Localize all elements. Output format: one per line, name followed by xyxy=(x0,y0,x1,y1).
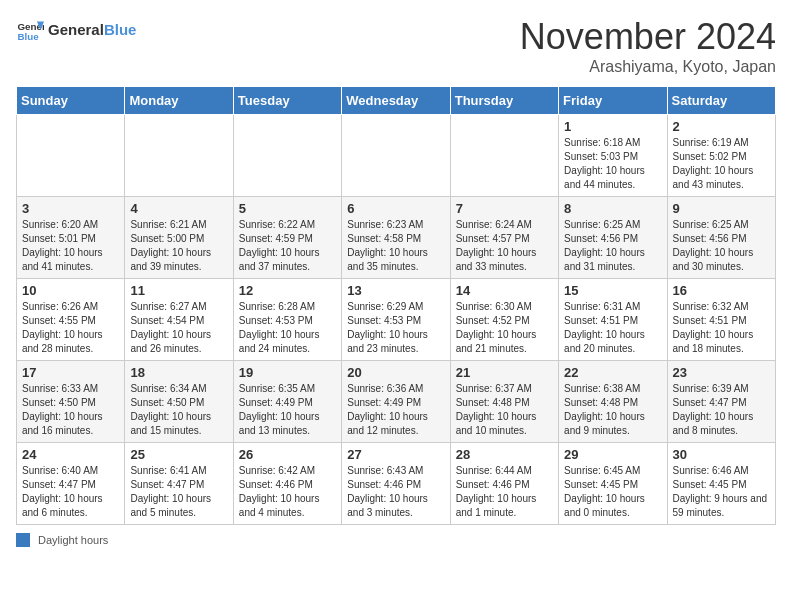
calendar-day-cell: 5Sunrise: 6:22 AMSunset: 4:59 PMDaylight… xyxy=(233,197,341,279)
calendar-day-cell: 13Sunrise: 6:29 AMSunset: 4:53 PMDayligh… xyxy=(342,279,450,361)
day-info: Sunrise: 6:30 AMSunset: 4:52 PMDaylight:… xyxy=(456,300,553,356)
day-number: 27 xyxy=(347,447,444,462)
day-number: 20 xyxy=(347,365,444,380)
day-number: 15 xyxy=(564,283,661,298)
calendar-table: SundayMondayTuesdayWednesdayThursdayFrid… xyxy=(16,86,776,525)
calendar-week-row: 24Sunrise: 6:40 AMSunset: 4:47 PMDayligh… xyxy=(17,443,776,525)
calendar-day-cell: 17Sunrise: 6:33 AMSunset: 4:50 PMDayligh… xyxy=(17,361,125,443)
calendar-week-row: 10Sunrise: 6:26 AMSunset: 4:55 PMDayligh… xyxy=(17,279,776,361)
calendar-day-cell: 10Sunrise: 6:26 AMSunset: 4:55 PMDayligh… xyxy=(17,279,125,361)
day-number: 4 xyxy=(130,201,227,216)
day-number: 12 xyxy=(239,283,336,298)
day-info: Sunrise: 6:28 AMSunset: 4:53 PMDaylight:… xyxy=(239,300,336,356)
legend-color-box xyxy=(16,533,30,547)
day-info: Sunrise: 6:24 AMSunset: 4:57 PMDaylight:… xyxy=(456,218,553,274)
day-info: Sunrise: 6:34 AMSunset: 4:50 PMDaylight:… xyxy=(130,382,227,438)
calendar-day-cell xyxy=(17,115,125,197)
day-info: Sunrise: 6:39 AMSunset: 4:47 PMDaylight:… xyxy=(673,382,770,438)
calendar-day-cell: 26Sunrise: 6:42 AMSunset: 4:46 PMDayligh… xyxy=(233,443,341,525)
calendar-day-cell: 28Sunrise: 6:44 AMSunset: 4:46 PMDayligh… xyxy=(450,443,558,525)
day-number: 7 xyxy=(456,201,553,216)
day-number: 2 xyxy=(673,119,770,134)
calendar-day-cell: 18Sunrise: 6:34 AMSunset: 4:50 PMDayligh… xyxy=(125,361,233,443)
day-number: 14 xyxy=(456,283,553,298)
day-info: Sunrise: 6:36 AMSunset: 4:49 PMDaylight:… xyxy=(347,382,444,438)
calendar-day-cell xyxy=(342,115,450,197)
calendar-day-cell: 2Sunrise: 6:19 AMSunset: 5:02 PMDaylight… xyxy=(667,115,775,197)
day-info: Sunrise: 6:20 AMSunset: 5:01 PMDaylight:… xyxy=(22,218,119,274)
calendar-day-cell: 16Sunrise: 6:32 AMSunset: 4:51 PMDayligh… xyxy=(667,279,775,361)
day-info: Sunrise: 6:25 AMSunset: 4:56 PMDaylight:… xyxy=(673,218,770,274)
day-number: 19 xyxy=(239,365,336,380)
calendar-day-cell: 29Sunrise: 6:45 AMSunset: 4:45 PMDayligh… xyxy=(559,443,667,525)
day-number: 9 xyxy=(673,201,770,216)
day-info: Sunrise: 6:23 AMSunset: 4:58 PMDaylight:… xyxy=(347,218,444,274)
day-info: Sunrise: 6:37 AMSunset: 4:48 PMDaylight:… xyxy=(456,382,553,438)
day-info: Sunrise: 6:43 AMSunset: 4:46 PMDaylight:… xyxy=(347,464,444,520)
calendar-day-cell: 3Sunrise: 6:20 AMSunset: 5:01 PMDaylight… xyxy=(17,197,125,279)
day-number: 23 xyxy=(673,365,770,380)
calendar-day-cell: 11Sunrise: 6:27 AMSunset: 4:54 PMDayligh… xyxy=(125,279,233,361)
calendar-week-row: 3Sunrise: 6:20 AMSunset: 5:01 PMDaylight… xyxy=(17,197,776,279)
day-info: Sunrise: 6:27 AMSunset: 4:54 PMDaylight:… xyxy=(130,300,227,356)
day-info: Sunrise: 6:35 AMSunset: 4:49 PMDaylight:… xyxy=(239,382,336,438)
calendar-day-cell: 14Sunrise: 6:30 AMSunset: 4:52 PMDayligh… xyxy=(450,279,558,361)
calendar-day-header: Friday xyxy=(559,87,667,115)
day-info: Sunrise: 6:45 AMSunset: 4:45 PMDaylight:… xyxy=(564,464,661,520)
calendar-day-header: Thursday xyxy=(450,87,558,115)
logo-general: General xyxy=(48,21,104,38)
title-area: November 2024 Arashiyama, Kyoto, Japan xyxy=(520,16,776,76)
calendar-day-cell xyxy=(233,115,341,197)
calendar-day-cell xyxy=(125,115,233,197)
calendar-day-cell: 22Sunrise: 6:38 AMSunset: 4:48 PMDayligh… xyxy=(559,361,667,443)
day-info: Sunrise: 6:21 AMSunset: 5:00 PMDaylight:… xyxy=(130,218,227,274)
day-number: 28 xyxy=(456,447,553,462)
calendar-day-cell: 7Sunrise: 6:24 AMSunset: 4:57 PMDaylight… xyxy=(450,197,558,279)
location-title: Arashiyama, Kyoto, Japan xyxy=(520,58,776,76)
day-info: Sunrise: 6:41 AMSunset: 4:47 PMDaylight:… xyxy=(130,464,227,520)
calendar-day-cell: 20Sunrise: 6:36 AMSunset: 4:49 PMDayligh… xyxy=(342,361,450,443)
day-number: 24 xyxy=(22,447,119,462)
calendar-day-cell: 19Sunrise: 6:35 AMSunset: 4:49 PMDayligh… xyxy=(233,361,341,443)
day-info: Sunrise: 6:32 AMSunset: 4:51 PMDaylight:… xyxy=(673,300,770,356)
calendar-day-header: Tuesday xyxy=(233,87,341,115)
day-number: 10 xyxy=(22,283,119,298)
day-info: Sunrise: 6:33 AMSunset: 4:50 PMDaylight:… xyxy=(22,382,119,438)
calendar-day-header: Saturday xyxy=(667,87,775,115)
day-number: 16 xyxy=(673,283,770,298)
calendar-day-cell: 12Sunrise: 6:28 AMSunset: 4:53 PMDayligh… xyxy=(233,279,341,361)
day-number: 1 xyxy=(564,119,661,134)
day-number: 22 xyxy=(564,365,661,380)
day-number: 30 xyxy=(673,447,770,462)
day-info: Sunrise: 6:46 AMSunset: 4:45 PMDaylight:… xyxy=(673,464,770,520)
day-info: Sunrise: 6:19 AMSunset: 5:02 PMDaylight:… xyxy=(673,136,770,192)
calendar-day-cell xyxy=(450,115,558,197)
logo-icon: General Blue xyxy=(16,16,44,44)
month-title: November 2024 xyxy=(520,16,776,58)
calendar-day-cell: 15Sunrise: 6:31 AMSunset: 4:51 PMDayligh… xyxy=(559,279,667,361)
day-number: 18 xyxy=(130,365,227,380)
calendar-day-header: Wednesday xyxy=(342,87,450,115)
calendar-day-cell: 21Sunrise: 6:37 AMSunset: 4:48 PMDayligh… xyxy=(450,361,558,443)
day-number: 13 xyxy=(347,283,444,298)
calendar-day-cell: 23Sunrise: 6:39 AMSunset: 4:47 PMDayligh… xyxy=(667,361,775,443)
day-number: 21 xyxy=(456,365,553,380)
calendar-day-cell: 30Sunrise: 6:46 AMSunset: 4:45 PMDayligh… xyxy=(667,443,775,525)
day-info: Sunrise: 6:22 AMSunset: 4:59 PMDaylight:… xyxy=(239,218,336,274)
day-number: 17 xyxy=(22,365,119,380)
svg-text:Blue: Blue xyxy=(17,31,39,42)
day-number: 5 xyxy=(239,201,336,216)
calendar-day-cell: 24Sunrise: 6:40 AMSunset: 4:47 PMDayligh… xyxy=(17,443,125,525)
calendar-day-cell: 27Sunrise: 6:43 AMSunset: 4:46 PMDayligh… xyxy=(342,443,450,525)
calendar-day-cell: 9Sunrise: 6:25 AMSunset: 4:56 PMDaylight… xyxy=(667,197,775,279)
calendar-day-cell: 8Sunrise: 6:25 AMSunset: 4:56 PMDaylight… xyxy=(559,197,667,279)
calendar-day-cell: 25Sunrise: 6:41 AMSunset: 4:47 PMDayligh… xyxy=(125,443,233,525)
day-number: 8 xyxy=(564,201,661,216)
day-number: 29 xyxy=(564,447,661,462)
logo: General Blue GeneralBlue xyxy=(16,16,136,44)
day-info: Sunrise: 6:40 AMSunset: 4:47 PMDaylight:… xyxy=(22,464,119,520)
day-info: Sunrise: 6:26 AMSunset: 4:55 PMDaylight:… xyxy=(22,300,119,356)
calendar-week-row: 1Sunrise: 6:18 AMSunset: 5:03 PMDaylight… xyxy=(17,115,776,197)
calendar-day-cell: 6Sunrise: 6:23 AMSunset: 4:58 PMDaylight… xyxy=(342,197,450,279)
day-number: 25 xyxy=(130,447,227,462)
